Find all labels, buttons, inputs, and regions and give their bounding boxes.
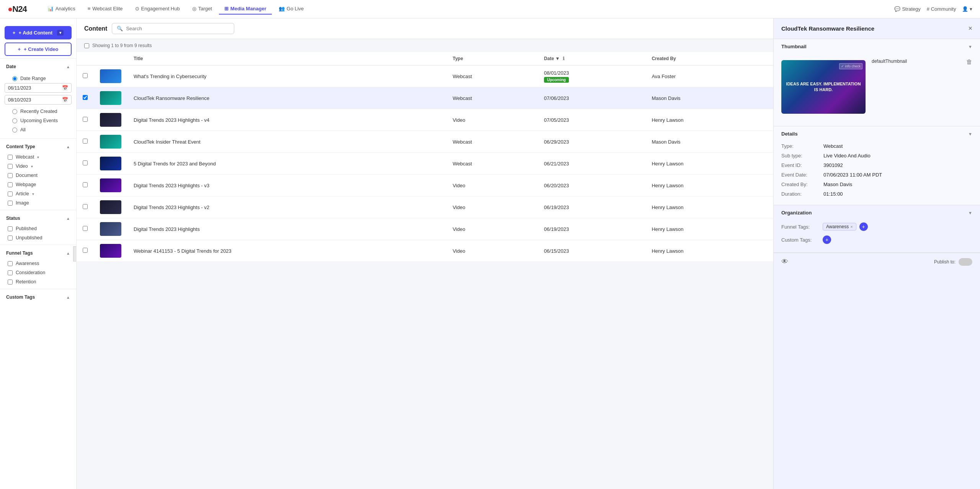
row-date-cell: 07/06/2023 bbox=[538, 87, 645, 109]
details-section-header[interactable]: Details ▼ bbox=[774, 126, 980, 141]
col-created-by: Created By bbox=[645, 52, 773, 65]
row-type-cell: Video bbox=[446, 196, 538, 218]
nav-item-target[interactable]: ◎ Target bbox=[187, 3, 217, 15]
article-expand-arrow[interactable]: ▾ bbox=[32, 192, 34, 196]
remove-awareness-tag-button[interactable]: × bbox=[850, 224, 853, 229]
details-section-content: Type: Webcast Sub type: Live Video And A… bbox=[774, 141, 980, 205]
date-range-radio-item: Date Range bbox=[5, 74, 72, 83]
funnel-tags-header[interactable]: Funnel Tags ▲ bbox=[0, 247, 76, 259]
table-row[interactable]: Webinar 4141153 - 5 Digital Trends for 2… bbox=[77, 240, 773, 262]
strategy-link[interactable]: 💬 Strategy bbox=[894, 6, 920, 12]
create-video-button[interactable]: + + Create Video bbox=[5, 43, 72, 56]
date-section-header[interactable]: Date ▲ bbox=[0, 61, 76, 72]
detail-field-value: 07/06/2023 11:00 AM PDT bbox=[823, 172, 972, 178]
search-input[interactable] bbox=[126, 26, 229, 31]
table-row[interactable]: CloudTek Insider Threat Event Webcast 06… bbox=[77, 131, 773, 153]
article-checkbox[interactable] bbox=[8, 191, 13, 196]
recently-created-radio[interactable] bbox=[12, 109, 17, 114]
analytics-icon: 📊 bbox=[47, 6, 54, 11]
detail-field-label: Event Date: bbox=[781, 172, 823, 178]
row-created-by-cell: Henry Lawson bbox=[645, 153, 773, 175]
status-section-header[interactable]: Status ▲ bbox=[0, 213, 76, 224]
custom-tags-header[interactable]: Custom Tags ▲ bbox=[0, 291, 76, 303]
table-row[interactable]: Digital Trends 2023 Highlights - v3 Vide… bbox=[77, 175, 773, 196]
unpublished-checkbox-item: Unpublished bbox=[0, 233, 76, 242]
go-live-icon: 👥 bbox=[279, 6, 285, 11]
image-checkbox[interactable] bbox=[8, 201, 13, 206]
unpublished-checkbox[interactable] bbox=[8, 236, 13, 240]
create-video-icon: + bbox=[18, 46, 21, 52]
thumbnail-section-content: IDEAS ARE EASY. IMPLEMENTATION IS HARD. … bbox=[774, 54, 980, 126]
table-row[interactable]: Digital Trends 2023 Highlights - v4 Vide… bbox=[77, 109, 773, 131]
brand-logo[interactable]: ●N24 bbox=[8, 4, 27, 14]
row-thumbnail bbox=[100, 178, 121, 192]
row-checkbox[interactable] bbox=[83, 226, 88, 231]
all-radio[interactable] bbox=[12, 128, 17, 132]
row-checkbox[interactable] bbox=[83, 204, 88, 209]
funnel-tags-row: Funnel Tags: Awareness × + bbox=[781, 220, 972, 233]
community-link[interactable]: # Community bbox=[927, 6, 956, 12]
thumbnail-text: IDEAS ARE EASY. IMPLEMENTATION IS HARD. bbox=[781, 78, 866, 96]
main-content: Content 🔍 Showing 1 to 9 from 9 results … bbox=[77, 18, 773, 489]
detail-panel-close-button[interactable]: × bbox=[968, 25, 972, 33]
webcast-checkbox[interactable] bbox=[8, 155, 13, 160]
date-range-radio[interactable] bbox=[12, 76, 17, 81]
add-content-button[interactable]: + + Add Content ▾ bbox=[5, 26, 72, 39]
row-checkbox[interactable] bbox=[83, 182, 88, 187]
published-checkbox[interactable] bbox=[8, 226, 13, 231]
sidebar-collapse-button[interactable]: ◂ bbox=[73, 246, 77, 262]
nav-item-go-live[interactable]: 👥 Go Live bbox=[273, 3, 309, 15]
table-row[interactable]: Digital Trends 2023 Highlights Video 06/… bbox=[77, 218, 773, 240]
row-checkbox[interactable] bbox=[83, 248, 88, 253]
row-checkbox[interactable] bbox=[83, 117, 88, 122]
upcoming-events-radio[interactable] bbox=[12, 118, 17, 123]
row-checkbox[interactable] bbox=[83, 160, 88, 165]
awareness-checkbox[interactable] bbox=[8, 261, 13, 266]
content-type-header[interactable]: Content Type ▲ bbox=[0, 141, 76, 152]
table-row[interactable]: Digital Trends 2023 Highlights - v2 Vide… bbox=[77, 196, 773, 218]
table-row[interactable]: What's Trending in Cybersecurity Webcast… bbox=[77, 65, 773, 87]
end-date-input[interactable]: 08/10/2023 📅 bbox=[5, 95, 72, 105]
detail-panel: CloudTek Ransomware Resilience × Thumbna… bbox=[773, 18, 980, 489]
consideration-checkbox[interactable] bbox=[8, 270, 13, 275]
retention-checkbox[interactable] bbox=[8, 280, 13, 285]
nav-item-engagement-hub[interactable]: ⊙ Engagement Hub bbox=[130, 3, 185, 15]
document-checkbox[interactable] bbox=[8, 173, 13, 178]
start-date-input[interactable]: 06/11/2023 📅 bbox=[5, 83, 72, 93]
row-checkbox[interactable] bbox=[83, 73, 88, 78]
row-created-by-cell: Henry Lawson bbox=[645, 218, 773, 240]
delete-thumbnail-button[interactable]: 🗑 bbox=[966, 59, 972, 65]
date-info-icon[interactable]: ℹ bbox=[563, 56, 565, 61]
table-row[interactable]: 5 Digital Trends for 2023 and Beyond Web… bbox=[77, 153, 773, 175]
row-checkbox[interactable] bbox=[83, 95, 88, 100]
add-funnel-tag-button[interactable]: + bbox=[859, 222, 868, 231]
preview-icon[interactable]: 👁 bbox=[781, 258, 788, 266]
row-type-cell: Video bbox=[446, 109, 538, 131]
webpage-checkbox[interactable] bbox=[8, 182, 13, 187]
organization-section-header[interactable]: Organization ▼ bbox=[774, 205, 980, 220]
video-checkbox-item: Video ▾ bbox=[0, 162, 76, 171]
content-type-section: Content Type ▲ Webcast ▾ Video ▾ Documen… bbox=[0, 141, 76, 208]
table-row[interactable]: CloudTek Ransomware Resilience Webcast 0… bbox=[77, 87, 773, 109]
publish-toggle[interactable] bbox=[959, 258, 972, 266]
video-checkbox[interactable] bbox=[8, 164, 13, 169]
nav-item-media-manager[interactable]: ⊞ Media Manager bbox=[219, 3, 272, 15]
nav-item-analytics[interactable]: 📊 Analytics bbox=[42, 3, 81, 15]
row-created-by-cell: Mason Davis bbox=[645, 131, 773, 153]
row-checkbox[interactable] bbox=[83, 139, 88, 144]
thumbnail-section-header[interactable]: Thumbnail ▼ bbox=[774, 39, 980, 54]
webcast-expand-arrow[interactable]: ▾ bbox=[37, 155, 39, 159]
user-icon[interactable]: 👤 ▾ bbox=[962, 6, 972, 12]
org-collapse-arrow: ▼ bbox=[968, 211, 972, 215]
row-thumbnail bbox=[100, 113, 121, 127]
row-created-by: Henry Lawson bbox=[652, 226, 683, 232]
add-content-dropdown-arrow[interactable]: ▾ bbox=[57, 30, 64, 36]
nav-item-webcast-elite[interactable]: ≡ Webcast Elite bbox=[82, 3, 128, 15]
col-date[interactable]: Date ▼ ℹ bbox=[538, 52, 645, 65]
add-custom-tag-button[interactable]: + bbox=[823, 236, 831, 244]
select-all-checkbox[interactable] bbox=[84, 43, 89, 48]
row-type: Webcast bbox=[452, 161, 472, 167]
date-filter-section: Date ▲ Date Range 06/11/2023 📅 08/10/202… bbox=[0, 61, 76, 136]
row-created-by: Henry Lawson bbox=[652, 248, 683, 254]
video-expand-arrow[interactable]: ▾ bbox=[31, 164, 33, 168]
